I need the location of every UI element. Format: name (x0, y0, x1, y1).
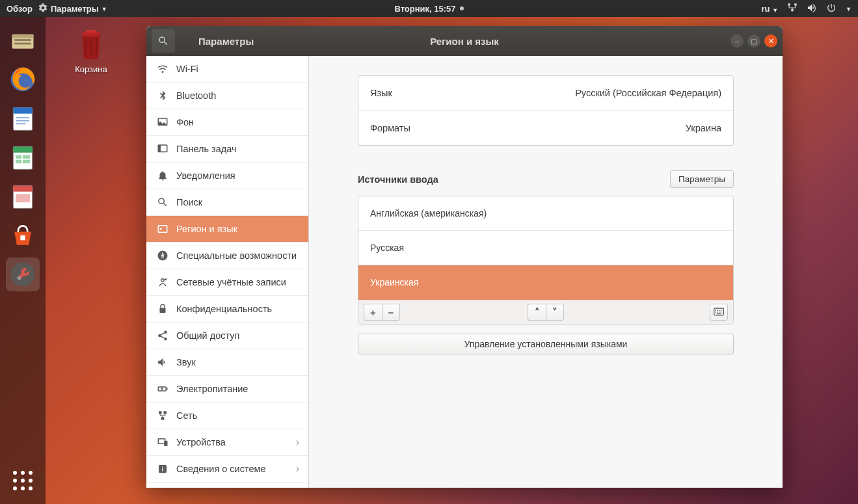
sidebar-item-background[interactable]: Фон (146, 109, 308, 136)
region-icon (155, 223, 170, 235)
svg-rect-30 (158, 226, 167, 233)
svg-rect-18 (23, 160, 30, 164)
network-icon (155, 410, 170, 421)
formats-label: Форматы (370, 123, 410, 133)
app-menu[interactable]: Параметры ▼ (38, 3, 107, 15)
svg-rect-47 (162, 466, 163, 468)
dock-firefox[interactable] (6, 62, 40, 96)
add-source-button[interactable]: + (364, 304, 382, 321)
svg-rect-2 (791, 9, 793, 11)
keyboard-icon (714, 308, 724, 317)
sidebar-item-bluetooth[interactable]: Bluetooth (146, 83, 308, 109)
background-icon (155, 116, 170, 128)
online-accounts-icon (155, 276, 170, 288)
sidebar-item-sharing[interactable]: Общий доступ (146, 323, 308, 349)
accessibility-icon (155, 250, 170, 261)
grid-icon (13, 471, 33, 490)
sidebar-item-search[interactable]: Поиск (146, 189, 308, 216)
search-button[interactable] (152, 29, 175, 53)
language-label: Язык (370, 88, 392, 98)
sidebar-item-online-accounts[interactable]: Сетевые учётные записи (146, 269, 308, 296)
manage-languages-button[interactable]: Управление установленными языками (358, 334, 734, 354)
activities-button[interactable]: Обзор (7, 4, 33, 14)
chevron-down-icon: ▼ (846, 6, 851, 12)
search-icon (155, 196, 170, 208)
share-icon (155, 330, 170, 341)
language-format-list: Язык Русский (Российская Федерация) Форм… (358, 75, 734, 146)
power-icon[interactable] (826, 3, 837, 15)
titlebar[interactable]: Параметры Регион и язык – ▢ ✕ (146, 26, 783, 56)
devices-icon (155, 436, 170, 448)
search-icon (157, 35, 169, 47)
svg-rect-15 (16, 155, 21, 159)
maximize-button[interactable]: ▢ (747, 34, 760, 47)
bell-icon (155, 170, 170, 181)
dock-files[interactable] (6, 23, 40, 57)
input-source-ukrainian[interactable]: Украинская (358, 265, 733, 300)
dock-show-apps[interactable] (6, 464, 40, 497)
svg-rect-29 (158, 145, 161, 152)
sidebar-item-devices[interactable]: Устройства › (146, 429, 308, 456)
svg-rect-53 (721, 310, 721, 311)
clock[interactable]: Вторник, 15:57 (394, 4, 463, 14)
svg-rect-51 (717, 310, 717, 311)
sidebar-item-region-language[interactable]: Регион и язык (146, 216, 308, 243)
minimize-button[interactable]: – (731, 34, 744, 47)
formats-row[interactable]: Форматы Украина (358, 111, 733, 145)
svg-rect-5 (14, 39, 31, 41)
sidebar-item-privacy[interactable]: Конфиденциальность (146, 296, 308, 323)
dock-writer[interactable] (6, 101, 40, 135)
network-icon[interactable] (787, 3, 798, 15)
input-source-english[interactable]: Английская (американская) (358, 196, 733, 231)
main-content: Язык Русский (Российская Федерация) Форм… (309, 56, 783, 488)
chevron-down-icon: ▼ (772, 7, 778, 14)
sidebar-item-accessibility[interactable]: Специальные возможности (146, 243, 308, 269)
input-sources-title: Источники ввода (358, 174, 438, 185)
svg-point-37 (158, 334, 161, 338)
dock-software[interactable] (6, 219, 40, 252)
svg-rect-40 (167, 388, 168, 390)
svg-rect-43 (161, 417, 165, 420)
sidebar-item-notifications[interactable]: Уведомления (146, 163, 308, 189)
sidebar-item-dock[interactable]: Панель задач (146, 136, 308, 163)
volume-icon[interactable] (807, 3, 817, 15)
svg-rect-55 (717, 312, 717, 312)
desktop-trash[interactable]: Корзина (65, 26, 117, 74)
svg-rect-57 (721, 312, 721, 312)
svg-rect-21 (16, 194, 30, 202)
dock-calc[interactable] (6, 140, 40, 174)
chevron-right-icon: › (296, 436, 299, 448)
svg-rect-22 (20, 235, 25, 240)
input-sources-list: Английская (американская) Русская Украин… (358, 196, 734, 325)
svg-rect-44 (158, 439, 165, 444)
sidebar-item-power[interactable]: Электропитание (146, 376, 308, 403)
chevron-up-icon: ˄ (535, 306, 540, 318)
keyboard-indicator[interactable]: ru ▼ (762, 4, 779, 14)
svg-rect-17 (16, 160, 21, 164)
svg-rect-14 (13, 147, 32, 153)
input-options-button[interactable]: Параметры (670, 170, 734, 188)
svg-rect-58 (717, 313, 721, 314)
language-row[interactable]: Язык Русский (Российская Федерация) (358, 76, 733, 111)
header-page-title: Регион и язык (430, 36, 499, 47)
show-layout-button[interactable] (710, 304, 728, 321)
move-up-button[interactable]: ˄ (528, 304, 546, 321)
dock-settings[interactable] (6, 258, 40, 291)
svg-rect-45 (164, 441, 167, 446)
sidebar-item-sound[interactable]: Звук (146, 349, 308, 376)
volume-icon (155, 356, 170, 368)
remove-source-button[interactable]: − (382, 304, 400, 321)
svg-rect-26 (86, 30, 96, 33)
svg-rect-12 (16, 123, 26, 124)
move-down-button[interactable]: ˅ (546, 304, 564, 321)
chevron-down-icon: ˅ (552, 306, 557, 318)
sidebar-item-wifi[interactable]: Wi-Fi (146, 56, 308, 83)
sidebar-item-about[interactable]: Сведения о системе › (146, 456, 308, 483)
svg-rect-41 (159, 411, 162, 414)
sidebar-item-network[interactable]: Сеть (146, 403, 308, 429)
svg-point-36 (164, 331, 167, 334)
input-source-russian[interactable]: Русская (358, 231, 733, 265)
svg-rect-1 (794, 3, 796, 5)
dock-impress[interactable] (6, 179, 40, 213)
close-button[interactable]: ✕ (764, 34, 777, 47)
